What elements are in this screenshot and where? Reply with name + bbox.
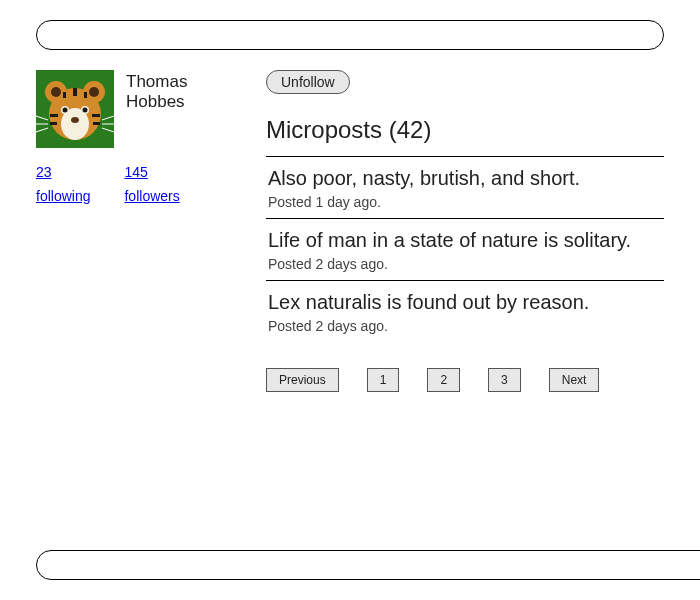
followers-label-link[interactable]: followers xyxy=(124,188,179,204)
micropost-content: Also poor, nasty, brutish, and short. xyxy=(268,167,664,190)
svg-rect-17 xyxy=(50,122,57,125)
page-1-button[interactable]: 1 xyxy=(367,368,400,392)
svg-point-10 xyxy=(83,108,88,113)
next-button[interactable]: Next xyxy=(549,368,600,392)
main-content: Unfollow Microposts (42) Also poor, nast… xyxy=(266,70,664,392)
micropost-content: Lex naturalis is found out by reason. xyxy=(268,291,664,314)
micropost-meta: Posted 2 days ago. xyxy=(268,318,664,334)
micropost-item: Life of man in a state of nature is soli… xyxy=(266,219,664,280)
micropost-meta: Posted 2 days ago. xyxy=(268,256,664,272)
sidebar: Thomas Hobbes 23 following 145 followers xyxy=(36,70,236,392)
page-2-button[interactable]: 2 xyxy=(427,368,460,392)
svg-rect-14 xyxy=(84,92,87,98)
svg-rect-13 xyxy=(63,92,66,98)
previous-button[interactable]: Previous xyxy=(266,368,339,392)
footer-bar xyxy=(36,550,700,580)
header-bar xyxy=(36,20,664,50)
svg-rect-15 xyxy=(50,114,58,117)
following-count-link[interactable]: 23 xyxy=(36,164,90,180)
svg-rect-18 xyxy=(93,122,100,125)
svg-point-5 xyxy=(89,87,99,97)
followers-count-link[interactable]: 145 xyxy=(124,164,179,180)
followers-stat: 145 followers xyxy=(124,164,179,204)
page-3-button[interactable]: 3 xyxy=(488,368,521,392)
svg-point-9 xyxy=(63,108,68,113)
following-stat: 23 following xyxy=(36,164,90,204)
micropost-content: Life of man in a state of nature is soli… xyxy=(268,229,664,252)
avatar xyxy=(36,70,114,148)
svg-point-4 xyxy=(51,87,61,97)
svg-point-11 xyxy=(71,117,79,123)
micropost-item: Also poor, nasty, brutish, and short. Po… xyxy=(266,157,664,218)
svg-rect-12 xyxy=(73,88,77,96)
microposts-heading: Microposts (42) xyxy=(266,116,664,144)
user-name: Thomas Hobbes xyxy=(126,70,236,148)
micropost-meta: Posted 1 day ago. xyxy=(268,194,664,210)
svg-rect-16 xyxy=(92,114,100,117)
micropost-item: Lex naturalis is found out by reason. Po… xyxy=(266,281,664,342)
unfollow-button[interactable]: Unfollow xyxy=(266,70,350,94)
following-label-link[interactable]: following xyxy=(36,188,90,204)
pagination: Previous 1 2 3 Next xyxy=(266,368,664,392)
